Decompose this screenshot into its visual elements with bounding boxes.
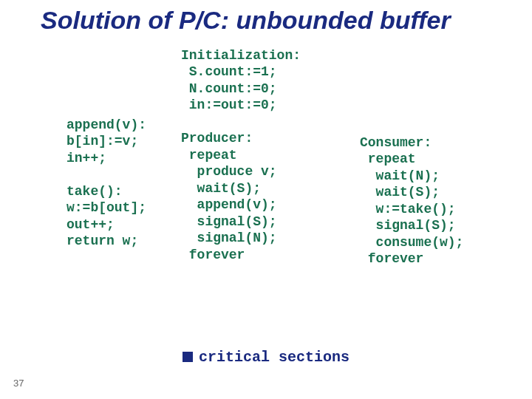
code-area: Initialization: S.count:=1; N.count:=0; …	[41, 47, 510, 313]
slide-title: Solution of P/C: unbounded buffer	[41, 7, 510, 34]
code-mid: Initialization: S.count:=1; N.count:=0; …	[181, 47, 301, 264]
footer-line: critical sections	[0, 349, 532, 366]
code-right: Consumer: repeat wait(N); wait(S); w:=ta…	[360, 134, 463, 267]
page-number: 37	[13, 378, 24, 389]
code-left: append(v): b[in]:=v; in++; take(): w:=b[…	[66, 117, 146, 250]
slide: Solution of P/C: unbounded buffer Initia…	[0, 0, 532, 399]
bullet-box-icon	[183, 352, 193, 362]
footer-text: critical sections	[199, 349, 349, 366]
